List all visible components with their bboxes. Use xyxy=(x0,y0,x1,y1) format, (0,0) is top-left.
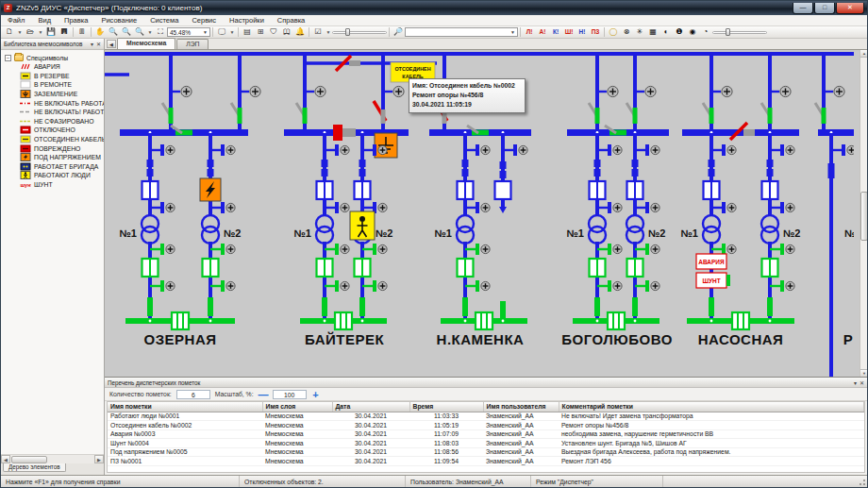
substation-Р[interactable]: №1Р xyxy=(815,54,854,377)
table-row[interactable]: ПЗ №0001Мнемосхема30.04.202111:09:54Знам… xyxy=(108,457,864,466)
open-icon[interactable]: 🗁 xyxy=(24,26,37,38)
close-button[interactable]: ✕ xyxy=(836,3,864,14)
mnemonic-canvas[interactable]: №1№2ОЗЕРНАЯ№1№2БАЙТЕРЕК№1Н.КАМЕНКА№1№2БО… xyxy=(105,50,867,377)
vscroll-thumb[interactable] xyxy=(860,192,867,241)
menu-система[interactable]: Система xyxy=(143,15,185,25)
zoom-out-icon[interactable]: 🔍 xyxy=(120,26,133,38)
tree-item-voltage[interactable]: ПОД НАПРЯЖЕНИЕМ xyxy=(1,153,104,162)
hscroll-thumb[interactable] xyxy=(11,456,47,463)
state-one-icon[interactable]: ❶ xyxy=(673,26,686,38)
column-header[interactable]: Имя пользователя xyxy=(483,402,559,412)
close-panel-icon[interactable]: ✕ xyxy=(96,41,101,47)
substation-БОГОЛЮБОВО[interactable]: №1№2БОГОЛЮБОВО xyxy=(561,54,673,347)
tree-item-damaged[interactable]: ПОВРЕЖДЕНО xyxy=(1,143,104,153)
state-normal-icon[interactable]: ◯ xyxy=(607,26,620,38)
menu-справка[interactable]: Справка xyxy=(271,15,311,25)
scroll-down-icon[interactable]: ▼ xyxy=(860,369,867,377)
column-header[interactable]: Имя слоя xyxy=(262,402,332,412)
tree-item-brigade[interactable]: РАБОТАЕТ БРИГАДА xyxy=(1,162,104,172)
tree-item-nodash-red[interactable]: НЕ ВКЛЮЧАТЬ РАБОТА НА xyxy=(1,98,104,108)
resize-grip[interactable] xyxy=(857,477,866,486)
zoom-fit-icon[interactable]: ⛶ xyxy=(154,26,167,38)
pin-icon[interactable]: ▾ xyxy=(91,41,93,47)
sidebar-hscrollbar[interactable]: ◀ ▶ xyxy=(1,454,104,463)
menu-вид[interactable]: Вид xyxy=(31,15,58,25)
column-header[interactable]: Комментарий пометки xyxy=(559,402,864,412)
checkbox-icon[interactable]: ☑ xyxy=(311,26,325,38)
scroll-up-icon[interactable]: ▲ xyxy=(860,50,867,58)
checkbox-dropdown-icon[interactable]: ▼ xyxy=(325,26,332,38)
mark-cable-icon[interactable]: К! xyxy=(549,26,562,38)
scale-increase-button[interactable]: + xyxy=(311,390,321,399)
mark-avaria-icon[interactable]: А! xyxy=(536,26,549,38)
table-row[interactable]: Под напряжением №0005Мнемосхема30.04.202… xyxy=(108,447,864,457)
save-all-icon[interactable]: 🖪 xyxy=(58,26,71,38)
mark-pz-icon[interactable]: ПЗ xyxy=(589,26,602,38)
canvas-vscrollbar[interactable]: ▲ ▼ xyxy=(860,50,867,377)
table-row[interactable]: Шунт №0004Мнемосхема30.04.202111:08:03Зн… xyxy=(108,439,864,448)
state-grid-icon[interactable]: ▦ xyxy=(646,26,659,38)
tab-element-tree[interactable]: Дерево элементов xyxy=(3,463,66,472)
tab-scroll-left-icon[interactable]: ◀ xyxy=(107,40,116,48)
notes-table-container[interactable]: Имя пометкиИмя слояДатаВремяИмя пользова… xyxy=(107,401,865,473)
journal-icon[interactable]: 🕮 xyxy=(280,26,293,38)
state-dot-icon[interactable]: ◉ xyxy=(686,26,699,38)
new-document-icon[interactable]: 🗋 xyxy=(3,26,16,38)
tree-item-remont[interactable]: В РЕМОНТЕ xyxy=(1,80,104,90)
table-row[interactable]: Отсоединен кабель №0002Мнемосхема30.04.2… xyxy=(108,421,864,430)
state-quarter-icon[interactable]: ◔ xyxy=(699,26,712,38)
menu-файл[interactable]: Файл xyxy=(1,15,31,25)
mark-voltage-icon[interactable]: Н! xyxy=(576,26,589,38)
monitor-icon[interactable]: 🖵 xyxy=(215,26,228,38)
zoom-mode-dropdown-icon[interactable]: ▼ xyxy=(146,26,154,38)
tree-item-shunt[interactable]: шунтШУНТ xyxy=(1,180,104,190)
shield-icon[interactable]: 🛡 xyxy=(267,26,280,38)
close-panel-icon[interactable]: ✕ xyxy=(860,379,864,386)
new-dropdown-icon[interactable]: ▼ xyxy=(16,26,24,38)
pan-hand-icon[interactable]: ✋ xyxy=(93,26,107,38)
tree-item-people[interactable]: РАБОТАЮТ ЛЮДИ xyxy=(1,171,104,180)
tree-item-cable[interactable]: ОТСОЕДИНЕН КАБЕЛЬ xyxy=(1,135,104,144)
menu-правка[interactable]: Правка xyxy=(58,15,94,25)
alarm-icon[interactable]: 🔔 xyxy=(293,26,307,38)
scroll-right-icon[interactable]: ▶ xyxy=(94,455,104,463)
tab-лэп[interactable]: ЛЭП xyxy=(176,39,209,49)
tree-root[interactable]: − Спецсимволы xyxy=(1,53,104,62)
print-preview-icon[interactable]: 🗏 xyxy=(75,26,89,38)
tree-item-nodash-gray[interactable]: НЕ ВКЛЮЧАТЬ! РАБОТАЮТ xyxy=(1,108,104,117)
opacity-slider[interactable] xyxy=(332,27,387,37)
column-header[interactable]: Дата xyxy=(332,402,409,412)
tab-мнемосхема[interactable]: Мнемосхема xyxy=(117,38,175,49)
pin-icon[interactable]: ▾ xyxy=(854,379,857,386)
tree-item-ground[interactable]: ЗАЗЕМЛЕНИЕ xyxy=(1,90,104,99)
menu-настройки[interactable]: Настройки xyxy=(223,15,271,25)
search-icon[interactable]: 🔎 xyxy=(392,26,405,38)
monitor-dropdown-icon[interactable]: ▼ xyxy=(228,26,236,38)
expander-icon[interactable]: − xyxy=(5,55,11,61)
search-combobox[interactable]: ▼ xyxy=(405,27,518,37)
open-dropdown-icon[interactable]: ▼ xyxy=(37,26,44,38)
zoom-region-icon[interactable]: 🔍 xyxy=(133,26,146,38)
grid-icon[interactable]: ⊞ xyxy=(254,26,267,38)
table-row[interactable]: Авария №0003Мнемосхема30.04.202111:07:09… xyxy=(108,429,864,439)
scroll-left-icon[interactable]: ◀ xyxy=(1,455,10,463)
zoom-in-icon[interactable]: 🔍 xyxy=(107,26,120,38)
menu-сервис[interactable]: Сервис xyxy=(185,15,223,25)
table-row[interactable]: Работают люди №0001Мнемосхема30.04.20211… xyxy=(108,412,864,421)
scale-slider[interactable] xyxy=(712,27,767,37)
state-hold-icon[interactable]: ⊗ xyxy=(620,26,633,38)
state-spark-icon[interactable]: ✳ xyxy=(633,26,646,38)
state-half-icon[interactable]: ◐ xyxy=(659,26,673,38)
minimize-button[interactable]: — xyxy=(793,3,813,14)
menu-рисование[interactable]: Рисование xyxy=(94,15,143,25)
column-header[interactable]: Имя пометки xyxy=(108,402,262,412)
tree-item-nophase[interactable]: НЕ СФАЗИРОВАНО xyxy=(1,117,104,126)
tree-item-off[interactable]: ОТКЛЮЧЕНО xyxy=(1,126,104,135)
tree-item-reserve[interactable]: В РЕЗЕРВЕ xyxy=(1,72,104,81)
layers-icon[interactable]: ▤ xyxy=(241,26,254,38)
zoom-level-combobox[interactable]: 45.48% ▼ xyxy=(167,27,210,37)
maximize-button[interactable]: □ xyxy=(814,3,835,14)
mark-people-icon[interactable]: Л! xyxy=(523,26,536,38)
substation-ОЗЕРНАЯ[interactable]: №1№2ОЗЕРНАЯ xyxy=(120,54,260,347)
scale-decrease-button[interactable]: — xyxy=(259,390,268,399)
